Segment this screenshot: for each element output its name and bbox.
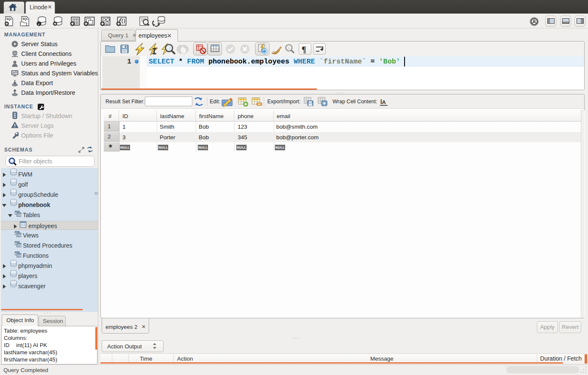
svg-text:A: A <box>287 46 290 50</box>
svg-text:¶: ¶ <box>302 45 306 54</box>
svg-text:SQL: SQL <box>6 17 12 21</box>
svg-text:SQL: SQL <box>22 17 28 21</box>
svg-text:ĪA: ĪA <box>380 99 386 105</box>
